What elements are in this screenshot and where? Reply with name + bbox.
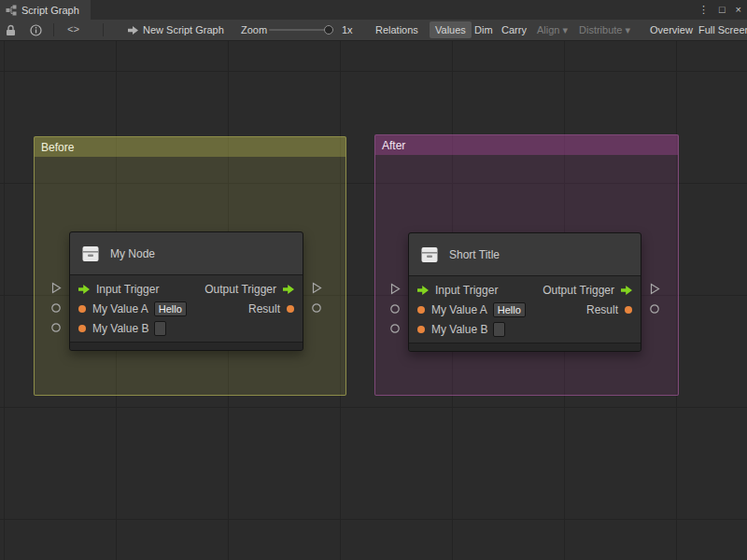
- tab-script-graph[interactable]: Script Graph: [0, 0, 91, 20]
- result-dot-icon: [286, 304, 295, 314]
- node-header[interactable]: Short Title: [409, 233, 641, 276]
- flow-in-arrow-icon: [416, 285, 430, 296]
- value-a-input-port[interactable]: [50, 302, 62, 314]
- unit-icon: [80, 244, 101, 264]
- overview-button[interactable]: Overview: [650, 20, 693, 40]
- port-row-flow: Input Trigger Output Trigger: [409, 280, 641, 300]
- toolbar-divider: [103, 23, 104, 36]
- value-a-field[interactable]: Hello: [493, 302, 526, 317]
- value-b-dot-icon: [78, 324, 87, 333]
- node-header[interactable]: My Node: [70, 232, 303, 275]
- result-output-port[interactable]: [649, 303, 660, 315]
- relations-button[interactable]: Relations: [375, 20, 418, 40]
- value-a-label: My Value A: [431, 303, 487, 316]
- value-b-dot-icon: [416, 325, 426, 334]
- zoom-value: 1x: [342, 20, 353, 40]
- node-footer: [409, 343, 641, 351]
- value-a-input-port[interactable]: [389, 303, 401, 315]
- value-b-field[interactable]: [493, 322, 505, 337]
- group-before-title: Before: [41, 141, 74, 154]
- node-title: Short Title: [449, 248, 500, 261]
- flow-in-label: Input Trigger: [435, 284, 498, 297]
- node-body: Input Trigger Output Trigger My Value A …: [70, 275, 303, 342]
- window-controls: ⋮ □ ×: [698, 0, 741, 20]
- value-b-label: My Value B: [92, 322, 148, 335]
- graph-canvas[interactable]: Before After My Node: [0, 41, 747, 560]
- zoom-label: Zoom: [241, 20, 267, 40]
- value-b-input-port[interactable]: [50, 322, 62, 333]
- script-graph-asset-icon: [127, 25, 139, 35]
- flow-in-arrow-icon: [78, 284, 91, 295]
- flow-out-label: Output Trigger: [204, 283, 276, 296]
- toolbar: <> New Script Graph Zoom 1x Relations Va…: [0, 20, 747, 41]
- lock-icon[interactable]: [6, 24, 16, 36]
- flow-in-label: Input Trigger: [96, 283, 159, 296]
- port-row-value-a: My Value A Hello Result: [409, 300, 641, 319]
- tab-title: Script Graph: [21, 5, 79, 16]
- window-menu-icon[interactable]: ⋮: [698, 0, 709, 20]
- graph-icon: [6, 5, 17, 16]
- result-output-port[interactable]: [311, 302, 322, 314]
- port-row-value-b: My Value B: [70, 318, 303, 338]
- graph-breadcrumb[interactable]: New Script Graph: [143, 20, 224, 40]
- port-row-value-b: My Value B: [409, 319, 641, 339]
- node-footer: [70, 342, 303, 350]
- value-b-label: My Value B: [431, 323, 487, 336]
- fullscreen-button[interactable]: Full Screen: [698, 20, 747, 40]
- value-b-input-port[interactable]: [389, 323, 401, 334]
- carry-button[interactable]: Carry: [501, 20, 527, 40]
- info-icon[interactable]: [30, 24, 42, 36]
- values-button[interactable]: Values: [430, 21, 472, 38]
- dim-button[interactable]: Dim: [474, 20, 493, 40]
- result-dot-icon: [624, 305, 633, 315]
- flow-input-port[interactable]: [50, 282, 62, 294]
- flow-out-arrow-icon: [282, 284, 295, 295]
- distribute-button[interactable]: Distribute ▾: [579, 20, 630, 40]
- value-a-dot-icon: [78, 304, 87, 314]
- flow-input-port[interactable]: [389, 283, 401, 295]
- value-a-label: My Value A: [92, 302, 148, 315]
- group-after-title: After: [382, 139, 405, 152]
- node-short-title[interactable]: Short Title Input Trigger Output Trigger: [408, 232, 641, 352]
- port-row-value-a: My Value A Hello Result: [70, 299, 303, 318]
- flow-output-port[interactable]: [649, 283, 660, 295]
- result-label: Result: [586, 303, 618, 316]
- result-label: Result: [248, 302, 280, 315]
- toolbar-divider: [53, 23, 54, 36]
- node-my-node[interactable]: My Node Input Trigger Output Trigger: [69, 231, 303, 351]
- zoom-slider-track[interactable]: [269, 29, 331, 31]
- group-after-header[interactable]: After: [375, 135, 678, 155]
- node-body: Input Trigger Output Trigger My Value A …: [409, 276, 641, 343]
- zoom-slider-knob[interactable]: [324, 25, 333, 35]
- port-row-flow: Input Trigger Output Trigger: [70, 279, 303, 299]
- title-bar: Script Graph ⋮ □ ×: [0, 0, 747, 20]
- flow-out-label: Output Trigger: [543, 284, 614, 297]
- value-b-field[interactable]: [154, 321, 166, 336]
- node-title: My Node: [110, 247, 155, 260]
- flow-out-arrow-icon: [620, 285, 633, 296]
- align-button[interactable]: Align ▾: [537, 20, 568, 40]
- code-icon[interactable]: <>: [67, 20, 79, 40]
- flow-output-port[interactable]: [311, 282, 322, 294]
- maximize-icon[interactable]: □: [719, 0, 726, 20]
- value-a-field[interactable]: Hello: [154, 301, 187, 316]
- unit-icon: [419, 245, 440, 265]
- value-a-dot-icon: [416, 305, 426, 315]
- script-graph-window: Script Graph ⋮ □ × <> New Script Graph Z…: [0, 0, 747, 560]
- close-icon[interactable]: ×: [736, 0, 741, 20]
- group-before-header[interactable]: Before: [35, 137, 345, 157]
